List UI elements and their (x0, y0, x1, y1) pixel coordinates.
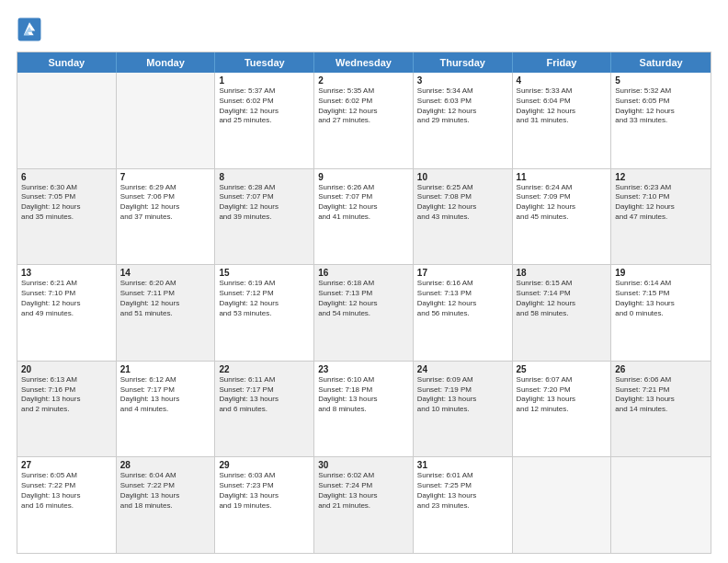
daylight-continuation: and 43 minutes. (417, 213, 508, 223)
sunset-text: Sunset: 7:10 PM (615, 192, 707, 202)
sunrise-text: Sunrise: 6:14 AM (615, 279, 707, 289)
calendar-cell: 18Sunrise: 6:15 AMSunset: 7:14 PMDayligh… (513, 265, 612, 361)
sunrise-text: Sunrise: 6:03 AM (219, 471, 310, 481)
daylight-continuation: and 47 minutes. (615, 213, 707, 223)
daylight-continuation: and 31 minutes. (517, 116, 608, 126)
calendar-week: 1Sunrise: 5:37 AMSunset: 6:02 PMDaylight… (17, 73, 711, 168)
day-number: 27 (21, 460, 112, 470)
daylight-text: Daylight: 13 hours (120, 395, 211, 405)
daylight-text: Daylight: 12 hours (219, 202, 310, 213)
calendar-cell: 16Sunrise: 6:18 AMSunset: 7:13 PMDayligh… (314, 265, 414, 361)
calendar-week: 13Sunrise: 6:21 AMSunset: 7:10 PMDayligh… (17, 264, 711, 361)
daylight-continuation: and 25 minutes. (219, 116, 310, 126)
day-number: 23 (318, 364, 409, 374)
sunset-text: Sunset: 7:14 PM (517, 289, 608, 299)
sunrise-text: Sunrise: 6:23 AM (615, 183, 707, 193)
day-number: 15 (219, 268, 310, 278)
day-number: 19 (615, 268, 707, 278)
sunset-text: Sunset: 7:05 PM (21, 192, 112, 202)
daylight-text: Daylight: 12 hours (517, 202, 608, 213)
daylight-continuation: and 4 minutes. (120, 405, 211, 415)
sunrise-text: Sunrise: 6:28 AM (219, 183, 310, 193)
day-number: 28 (120, 460, 211, 470)
sunset-text: Sunset: 6:03 PM (417, 97, 508, 107)
daylight-continuation: and 16 minutes. (21, 501, 112, 511)
day-number: 4 (517, 75, 608, 86)
daylight-text: Daylight: 13 hours (219, 491, 310, 501)
daylight-continuation: and 35 minutes. (21, 213, 112, 223)
daylight-text: Daylight: 13 hours (417, 491, 508, 501)
daylight-text: Daylight: 13 hours (615, 395, 707, 405)
sunset-text: Sunset: 7:09 PM (517, 192, 608, 202)
logo-icon (17, 17, 42, 42)
sunrise-text: Sunrise: 6:10 AM (318, 375, 409, 385)
sunset-text: Sunset: 7:23 PM (219, 481, 310, 491)
daylight-continuation: and 39 minutes. (219, 213, 310, 223)
daylight-continuation: and 12 minutes. (517, 405, 608, 415)
calendar-cell: 17Sunrise: 6:16 AMSunset: 7:13 PMDayligh… (414, 265, 513, 361)
calendar-cell: 29Sunrise: 6:03 AMSunset: 7:23 PMDayligh… (215, 457, 314, 553)
sunset-text: Sunset: 7:15 PM (615, 289, 707, 299)
calendar-cell: 10Sunrise: 6:25 AMSunset: 7:08 PMDayligh… (414, 169, 513, 265)
daylight-text: Daylight: 12 hours (517, 107, 608, 117)
sunset-text: Sunset: 6:04 PM (517, 97, 608, 107)
sunrise-text: Sunrise: 6:04 AM (120, 471, 211, 481)
calendar-cell: 27Sunrise: 6:05 AMSunset: 7:22 PMDayligh… (17, 457, 117, 553)
calendar-cell (611, 457, 711, 553)
sunset-text: Sunset: 7:12 PM (219, 289, 310, 299)
sunset-text: Sunset: 7:16 PM (21, 385, 112, 396)
day-number: 8 (219, 172, 310, 182)
calendar-cell: 5Sunrise: 5:32 AMSunset: 6:05 PMDaylight… (611, 73, 711, 168)
calendar-cell: 7Sunrise: 6:29 AMSunset: 7:06 PMDaylight… (117, 169, 216, 265)
day-number: 12 (615, 172, 707, 182)
calendar-cell: 24Sunrise: 6:09 AMSunset: 7:19 PMDayligh… (414, 362, 513, 457)
daylight-continuation: and 29 minutes. (417, 116, 508, 126)
daylight-continuation: and 21 minutes. (318, 501, 409, 511)
weekday-header: Tuesday (215, 52, 314, 73)
daylight-text: Daylight: 12 hours (417, 107, 508, 117)
day-number: 13 (21, 268, 112, 278)
daylight-text: Daylight: 12 hours (219, 107, 310, 117)
daylight-text: Daylight: 13 hours (417, 395, 508, 405)
sunset-text: Sunset: 7:22 PM (120, 481, 211, 491)
calendar-cell: 22Sunrise: 6:11 AMSunset: 7:17 PMDayligh… (215, 362, 314, 457)
daylight-text: Daylight: 13 hours (21, 491, 112, 501)
calendar-cell: 3Sunrise: 5:34 AMSunset: 6:03 PMDaylight… (414, 73, 513, 168)
sunset-text: Sunset: 7:22 PM (21, 481, 112, 491)
daylight-continuation: and 58 minutes. (517, 309, 608, 319)
daylight-continuation: and 18 minutes. (120, 501, 211, 511)
daylight-continuation: and 45 minutes. (517, 213, 608, 223)
sunset-text: Sunset: 7:17 PM (219, 385, 310, 396)
weekday-header: Friday (513, 52, 612, 73)
daylight-continuation: and 37 minutes. (120, 213, 211, 223)
sunrise-text: Sunrise: 6:30 AM (21, 183, 112, 193)
daylight-text: Daylight: 13 hours (219, 395, 310, 405)
calendar-cell: 9Sunrise: 6:26 AMSunset: 7:07 PMDaylight… (314, 169, 414, 265)
daylight-text: Daylight: 13 hours (120, 491, 211, 501)
daylight-continuation: and 33 minutes. (615, 116, 707, 126)
day-number: 20 (21, 364, 112, 374)
daylight-continuation: and 0 minutes. (615, 309, 707, 319)
daylight-text: Daylight: 12 hours (417, 299, 508, 309)
daylight-text: Daylight: 13 hours (517, 395, 608, 405)
day-number: 16 (318, 268, 409, 278)
sunrise-text: Sunrise: 5:34 AM (417, 86, 508, 97)
day-number: 26 (615, 364, 707, 374)
daylight-continuation: and 14 minutes. (615, 405, 707, 415)
sunrise-text: Sunrise: 6:13 AM (21, 375, 112, 385)
weekday-header: Saturday (611, 52, 711, 73)
daylight-continuation: and 2 minutes. (21, 405, 112, 415)
sunrise-text: Sunrise: 6:02 AM (318, 471, 409, 481)
day-number: 7 (120, 172, 211, 182)
daylight-continuation: and 19 minutes. (219, 501, 310, 511)
calendar-week: 6Sunrise: 6:30 AMSunset: 7:05 PMDaylight… (17, 168, 711, 265)
sunset-text: Sunset: 7:10 PM (21, 289, 112, 299)
day-number: 29 (219, 460, 310, 470)
calendar-cell (117, 73, 216, 168)
daylight-continuation: and 23 minutes. (417, 501, 508, 511)
calendar-cell: 11Sunrise: 6:24 AMSunset: 7:09 PMDayligh… (513, 169, 612, 265)
sunset-text: Sunset: 6:02 PM (219, 97, 310, 107)
calendar-header: SundayMondayTuesdayWednesdayThursdayFrid… (17, 52, 711, 73)
weekday-header: Sunday (17, 52, 117, 73)
sunset-text: Sunset: 7:19 PM (417, 385, 508, 396)
